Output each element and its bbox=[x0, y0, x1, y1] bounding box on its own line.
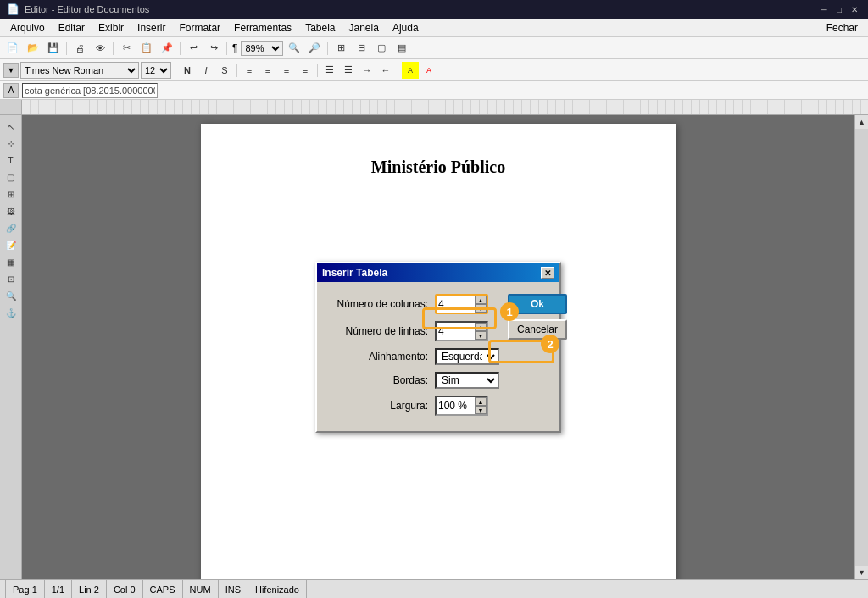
sidebar-select-icon[interactable]: ⊹ bbox=[3, 136, 19, 151]
insert-table-dialog: Inserir Tabela ✕ Número de colunas: bbox=[315, 262, 561, 433]
linhas-spin-down[interactable]: ▼ bbox=[475, 331, 487, 340]
table-btn[interactable]: ⊞ bbox=[331, 40, 350, 57]
menu-editar[interactable]: Editar bbox=[52, 20, 92, 36]
largura-field-wrapper: ▲ ▼ bbox=[435, 396, 488, 416]
zoom-in-btn[interactable]: 🔎 bbox=[305, 40, 324, 57]
size-select[interactable]: 12 10 14 bbox=[141, 62, 171, 79]
largura-row: Largura: ▲ ▼ bbox=[331, 396, 499, 416]
menu-fechar[interactable]: Fechar bbox=[820, 20, 865, 36]
sep6 bbox=[175, 64, 175, 77]
colunas-spinner: ▲ ▼ bbox=[475, 296, 487, 313]
cols-btn[interactable]: ▤ bbox=[392, 40, 411, 57]
largura-input[interactable] bbox=[437, 397, 474, 414]
dialog-content: Número de colunas: ▲ ▼ bbox=[331, 294, 546, 423]
app-icon: 📄 bbox=[7, 3, 19, 15]
window-title: Editor - Editor de Documentos bbox=[25, 4, 817, 14]
menu-formatar[interactable]: Formatar bbox=[172, 20, 227, 36]
zoom-select[interactable]: 89% 100% 75% bbox=[241, 41, 283, 56]
sidebar-arrow-icon[interactable]: ↖ bbox=[3, 119, 19, 134]
sidebar-text-icon[interactable]: T bbox=[3, 152, 19, 168]
zoom-out-btn[interactable]: 🔍 bbox=[285, 40, 303, 57]
menu-arquivo[interactable]: Arquivo bbox=[3, 20, 52, 36]
paste-btn[interactable]: 📌 bbox=[158, 40, 176, 57]
status-num: NUM bbox=[183, 580, 219, 598]
align-center-btn[interactable]: ≡ bbox=[259, 62, 276, 79]
sidebar-note-icon[interactable]: 📝 bbox=[3, 237, 19, 252]
alinhamento-label: Alinhamento: bbox=[331, 351, 428, 363]
new-btn[interactable]: 📄 bbox=[3, 40, 22, 57]
list-unordered-btn[interactable]: ☰ bbox=[321, 62, 338, 79]
sidebar-control-icon[interactable]: ⊡ bbox=[3, 271, 19, 286]
italic-btn[interactable]: I bbox=[198, 62, 214, 79]
bordas-label: Bordas: bbox=[331, 374, 428, 386]
linhas-spinner: ▲ ▼ bbox=[475, 323, 487, 340]
list-ordered-btn[interactable]: ☰ bbox=[340, 62, 357, 79]
menu-inserir[interactable]: Inserir bbox=[131, 20, 172, 36]
status-col: Col 0 bbox=[107, 580, 143, 598]
menu-ferramentas[interactable]: Ferramentas bbox=[227, 20, 298, 36]
menu-exibir[interactable]: Exibir bbox=[92, 20, 131, 36]
sep4 bbox=[226, 42, 227, 55]
sep3 bbox=[180, 42, 181, 55]
linhas-input[interactable] bbox=[437, 323, 474, 340]
outdent-btn[interactable]: ← bbox=[377, 62, 394, 79]
bold-btn[interactable]: N bbox=[179, 62, 196, 79]
alinhamento-select[interactable]: Esquerda Centro Direita bbox=[435, 348, 499, 365]
sep5 bbox=[327, 42, 328, 55]
content-area: Ministério Público Inserir Tabela ✕ bbox=[22, 115, 854, 579]
status-ins: INS bbox=[219, 580, 248, 598]
align-left-btn[interactable]: ≡ bbox=[241, 62, 258, 79]
underline-btn[interactable]: S bbox=[216, 62, 233, 79]
editor-area: ↖ ⊹ T ▢ ⊞ 🖼 🔗 📝 ▦ ⊡ 🔍 ⚓ Ministério Públi… bbox=[0, 100, 868, 579]
sidebar-anchor-icon[interactable]: ⚓ bbox=[3, 305, 19, 320]
dialog-close-button[interactable]: ✕ bbox=[541, 267, 554, 279]
sidebar-image-icon[interactable]: 🖼 bbox=[3, 203, 19, 219]
largura-spin-down[interactable]: ▼ bbox=[475, 406, 487, 414]
colunas-label: Número de colunas: bbox=[331, 298, 428, 310]
close-button[interactable]: ✕ bbox=[848, 3, 861, 16]
left-sidebar: ↖ ⊹ T ▢ ⊞ 🖼 🔗 📝 ▦ ⊡ 🔍 ⚓ bbox=[0, 115, 22, 579]
name-box-input[interactable] bbox=[22, 83, 158, 98]
menu-tabela[interactable]: Tabela bbox=[298, 20, 342, 36]
sidebar-field-icon[interactable]: ▦ bbox=[3, 254, 19, 269]
bordas-select[interactable]: Sim Não bbox=[435, 372, 499, 389]
colunas-spin-up[interactable]: ▲ bbox=[475, 296, 487, 304]
cancel-button[interactable]: Cancelar bbox=[508, 319, 567, 340]
scroll-track[interactable] bbox=[855, 129, 868, 566]
print-btn[interactable]: 🖨 bbox=[70, 40, 89, 57]
colunas-row: Número de colunas: ▲ ▼ bbox=[331, 294, 499, 314]
linhas-spin-up[interactable]: ▲ bbox=[475, 323, 487, 331]
scroll-up-btn[interactable]: ▲ bbox=[855, 115, 869, 129]
cut-btn[interactable]: ✂ bbox=[117, 40, 136, 57]
font-select[interactable]: Times New Roman Arial bbox=[20, 62, 139, 79]
style-icon[interactable]: A bbox=[3, 83, 19, 98]
menu-janela[interactable]: Janela bbox=[342, 20, 386, 36]
align-justify-btn[interactable]: ≡ bbox=[297, 62, 314, 79]
maximize-button[interactable]: □ bbox=[832, 3, 846, 16]
ok-button[interactable]: Ok bbox=[508, 294, 567, 314]
align-right-btn[interactable]: ≡ bbox=[278, 62, 295, 79]
copy-btn[interactable]: 📋 bbox=[137, 40, 156, 57]
sidebar-zoom-icon[interactable]: 🔍 bbox=[3, 288, 19, 303]
frame-btn[interactable]: ▢ bbox=[372, 40, 391, 57]
minimize-button[interactable]: ─ bbox=[817, 3, 831, 16]
menu-ajuda[interactable]: Ajuda bbox=[386, 20, 426, 36]
undo-btn[interactable]: ↩ bbox=[184, 40, 203, 57]
largura-spin-up[interactable]: ▲ bbox=[475, 397, 487, 406]
redo-btn[interactable]: ↪ bbox=[204, 40, 223, 57]
open-btn[interactable]: 📂 bbox=[24, 40, 42, 57]
scroll-down-btn[interactable]: ▼ bbox=[855, 566, 869, 579]
indent-btn[interactable]: → bbox=[359, 62, 376, 79]
preview-btn[interactable]: 👁 bbox=[91, 40, 109, 57]
sidebar-link-icon[interactable]: 🔗 bbox=[3, 220, 19, 235]
colunas-input[interactable] bbox=[437, 296, 474, 313]
colunas-spin-down[interactable]: ▼ bbox=[475, 304, 487, 313]
right-scrollbar: ▲ ▼ bbox=[854, 115, 868, 579]
highlight-btn[interactable]: A bbox=[402, 62, 419, 79]
color-btn[interactable]: A bbox=[420, 62, 437, 79]
table2-btn[interactable]: ⊟ bbox=[352, 40, 370, 57]
sidebar-table-icon[interactable]: ⊞ bbox=[3, 186, 19, 202]
style-dropdown-icon[interactable]: ▼ bbox=[3, 63, 19, 78]
sidebar-shape-icon[interactable]: ▢ bbox=[3, 169, 19, 185]
save-btn[interactable]: 💾 bbox=[44, 40, 63, 57]
